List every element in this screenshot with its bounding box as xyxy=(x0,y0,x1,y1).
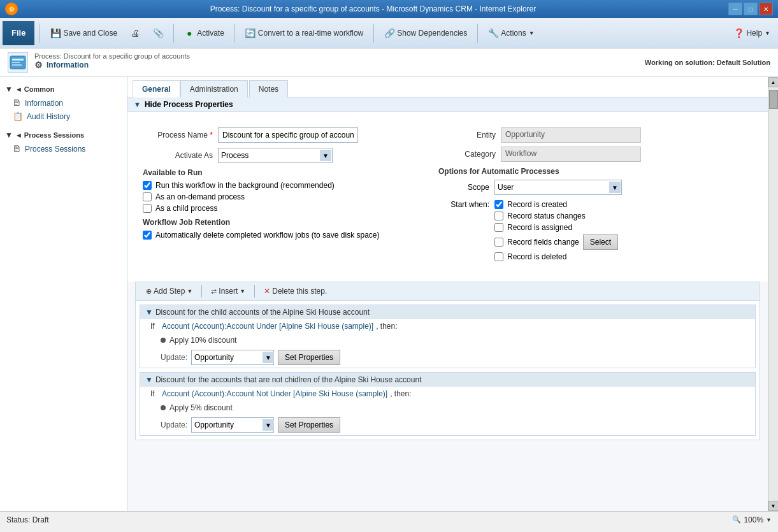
section-header-process-props[interactable]: ▼ Hide Process Properties xyxy=(127,97,768,112)
step1-condition-link[interactable]: Account (Account):Account Under [Alpine … xyxy=(162,322,373,331)
delete-step-button[interactable]: ✕ Delete this step. xyxy=(259,285,332,298)
delete-icon: ✕ xyxy=(264,287,270,296)
sidebar-item-process-sessions[interactable]: 🖹 Process Sessions xyxy=(0,142,127,155)
cb-on-demand-label: As an on-demand process xyxy=(155,192,245,201)
convert-label: Convert to a real-time workflow xyxy=(258,29,363,38)
zoom-level: 100% xyxy=(744,515,763,524)
add-step-chevron: ▼ xyxy=(187,288,192,294)
step2-set-properties-button[interactable]: Set Properties xyxy=(278,417,340,433)
cb-child-process-input[interactable] xyxy=(143,204,152,213)
sw1-label: Record is created xyxy=(507,200,567,209)
header-icon xyxy=(8,52,28,73)
sw-status-changes[interactable]: Record status changes xyxy=(494,212,618,220)
steps-toolbar: ⊕ Add Step ▼ ⇌ Insert ▼ ✕ Delete this st… xyxy=(136,282,760,301)
sw5-label: Record is deleted xyxy=(507,252,566,261)
toolbar-separator-5 xyxy=(477,24,478,43)
start-when-group: Record is created Record status changes … xyxy=(494,200,618,264)
scroll-down-button[interactable]: ▼ xyxy=(768,501,779,511)
step2-action-select[interactable]: Opportunity xyxy=(191,417,274,433)
step1-set-properties-button[interactable]: Set Properties xyxy=(278,350,340,365)
actions-icon: 🔧 xyxy=(488,28,498,38)
sw-fields-change-input[interactable] xyxy=(494,238,503,247)
cb-background-input[interactable] xyxy=(143,181,152,190)
cb-on-demand[interactable]: As an on-demand process xyxy=(143,192,423,201)
tab-bar: General Administration Notes xyxy=(127,77,768,97)
sidebar-information-label: Information xyxy=(25,99,63,108)
step2-action-label: Update: xyxy=(161,421,187,429)
print-button[interactable]: 🖨 xyxy=(125,22,145,45)
scope-row: Scope User ▼ xyxy=(438,180,753,195)
select-fields-button[interactable]: Select xyxy=(583,234,618,250)
file-button[interactable]: File xyxy=(3,21,34,45)
step1-action-select[interactable]: Opportunity xyxy=(191,350,274,365)
sidebar-section-process[interactable]: ▼ ◄ Process Sessions xyxy=(0,128,127,142)
insert-chevron: ▼ xyxy=(240,288,245,294)
tab-general[interactable]: General xyxy=(133,80,180,97)
sw4-label: Record fields change xyxy=(507,238,579,247)
restore-button[interactable]: □ xyxy=(744,3,758,15)
help-button[interactable]: ❓ Help ▼ xyxy=(728,22,775,45)
steps-sep-2 xyxy=(254,285,255,298)
toolbar-separator-1 xyxy=(40,24,40,43)
sidebar-section-common[interactable]: ▼ ◄ Common xyxy=(0,82,127,96)
sw-record-assigned[interactable]: Record is assigned xyxy=(494,223,618,232)
step2-action: Update: Opportunity ▼ Set Properties xyxy=(140,415,755,435)
bullet-dot-2 xyxy=(161,405,166,410)
retention-title: Workflow Job Retention xyxy=(143,218,423,227)
zoom-chevron[interactable]: ▼ xyxy=(766,517,772,523)
activate-as-select[interactable]: Process xyxy=(218,148,333,163)
step2-condition-link[interactable]: Account (Account):Account Not Under [Alp… xyxy=(162,389,387,398)
add-step-button[interactable]: ⊕ Add Step ▼ xyxy=(141,285,198,298)
help-label: Help xyxy=(746,29,762,38)
cb-background[interactable]: Run this workflow in the background (rec… xyxy=(143,181,423,190)
tab-notes[interactable]: Notes xyxy=(249,80,288,97)
auto-processes-title: Options for Automatic Processes xyxy=(438,167,753,176)
sw-record-deleted[interactable]: Record is deleted xyxy=(494,252,618,261)
status-text: Status: Draft xyxy=(6,515,49,524)
sw-record-deleted-input[interactable] xyxy=(494,252,503,261)
process-name-input[interactable] xyxy=(218,127,358,143)
start-when-header: Start when: Record is created Record sta… xyxy=(438,200,753,264)
sw-fields-change[interactable]: Record fields change xyxy=(494,238,579,247)
main-scrollbar[interactable]: ▲ ▼ xyxy=(768,77,778,511)
activate-as-label: Activate As xyxy=(143,151,213,160)
activate-button[interactable]: ● Activate xyxy=(179,22,229,45)
scroll-thumb[interactable] xyxy=(769,90,778,109)
cb-on-demand-input[interactable] xyxy=(143,192,152,201)
step1-condition-suffix: , then: xyxy=(376,322,397,331)
save-and-close-button[interactable]: 💾 Save and Close xyxy=(45,22,122,45)
scroll-up-button[interactable]: ▲ xyxy=(768,77,779,87)
scope-select[interactable]: User xyxy=(494,180,622,195)
sw-record-assigned-input[interactable] xyxy=(494,223,503,232)
actions-button[interactable]: 🔧 Actions ▼ xyxy=(483,22,539,45)
header-titles: Process: Discount for a specific group o… xyxy=(34,52,190,70)
show-deps-button[interactable]: 🔗 Show Dependencies xyxy=(379,22,472,45)
step1-bullet: Apply 10% discount xyxy=(140,333,755,347)
page-title: Information xyxy=(47,61,89,69)
common-collapse-icon: ▼ xyxy=(5,85,13,94)
cb-delete-completed[interactable]: Automatically delete completed workflow … xyxy=(143,231,423,240)
actions-label: Actions xyxy=(501,29,526,38)
save-icon: 💾 xyxy=(50,28,61,38)
sw3-label: Record is assigned xyxy=(507,223,572,232)
add-step-icon: ⊕ xyxy=(146,287,152,296)
minimize-button[interactable]: ─ xyxy=(728,3,742,15)
cb-child-process[interactable]: As a child process xyxy=(143,204,423,213)
tab-administration[interactable]: Administration xyxy=(180,80,248,97)
insert-label: Insert xyxy=(219,287,238,296)
sw-record-created[interactable]: Record is created xyxy=(494,200,618,209)
entity-row: Entity Opportunity xyxy=(438,127,753,143)
sw-status-changes-input[interactable] xyxy=(494,212,503,220)
close-button[interactable]: ✕ xyxy=(759,3,773,15)
cb-delete-completed-input[interactable] xyxy=(143,231,152,240)
retention-section: Workflow Job Retention Automatically del… xyxy=(143,218,423,240)
working-on-label: Working on solution: Default Solution xyxy=(645,59,770,66)
attach-button[interactable]: 📎 xyxy=(148,22,168,45)
sidebar-item-audit-history[interactable]: 📋 Audit History xyxy=(0,110,127,123)
sidebar-item-information[interactable]: 🖹 Information xyxy=(0,96,127,110)
sw-record-created-input[interactable] xyxy=(494,200,503,209)
insert-button[interactable]: ⇌ Insert ▼ xyxy=(206,285,250,298)
process-name-row: Process Name xyxy=(143,127,423,143)
bullet-dot-1 xyxy=(161,338,166,343)
convert-button[interactable]: 🔄 Convert to a real-time workflow xyxy=(240,22,368,45)
